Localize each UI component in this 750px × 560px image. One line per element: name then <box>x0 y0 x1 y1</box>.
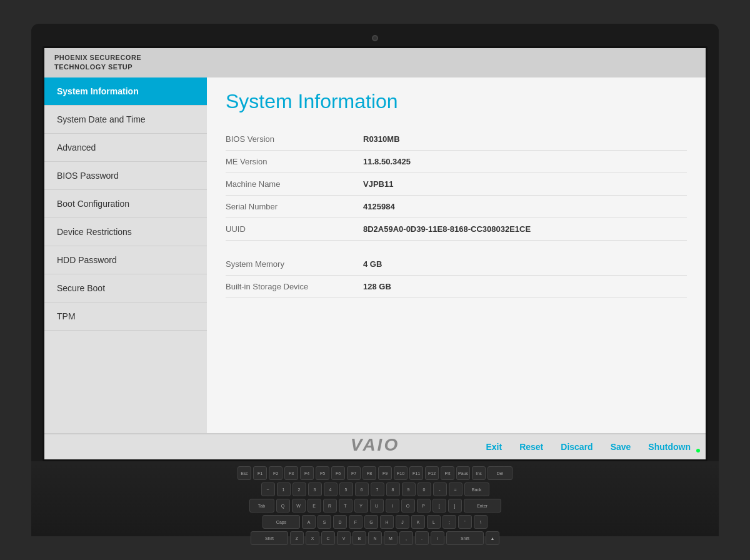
key-shift-l[interactable]: Shift <box>251 531 288 545</box>
info-table: BIOS VersionR0310MBME Version11.8.50.342… <box>226 128 687 298</box>
key-3[interactable]: 3 <box>308 482 322 496</box>
key-o[interactable]: O <box>401 499 415 512</box>
key-esc[interactable]: Esc <box>238 466 251 480</box>
key-y[interactable]: Y <box>354 499 368 512</box>
key-f5[interactable]: F5 <box>316 466 329 480</box>
save-button[interactable]: Save <box>608 441 634 453</box>
key-tilde[interactable]: ~ <box>261 482 275 496</box>
info-value: VJPB11 <box>363 179 393 189</box>
key-pause[interactable]: Paus <box>456 466 470 480</box>
key-period[interactable]: . <box>415 531 429 545</box>
key-i[interactable]: I <box>386 499 399 512</box>
key-f1[interactable]: F1 <box>253 466 267 480</box>
key-f12[interactable]: F12 <box>425 466 439 480</box>
key-del[interactable]: Del <box>488 466 512 480</box>
sidebar-item-system-date-time[interactable]: System Date and Time <box>44 106 207 134</box>
reset-button[interactable]: Reset <box>517 441 546 453</box>
key-f11[interactable]: F11 <box>409 466 423 480</box>
key-ins[interactable]: Ins <box>472 466 486 480</box>
key-e[interactable]: E <box>308 499 321 512</box>
key-q[interactable]: Q <box>276 499 290 512</box>
exit-button[interactable]: Exit <box>483 441 504 453</box>
sidebar-item-tpm[interactable]: TPM <box>44 302 207 331</box>
key-semi[interactable]: ; <box>442 515 456 529</box>
key-9[interactable]: 9 <box>402 482 416 496</box>
sidebar-item-system-information[interactable]: System Information <box>44 78 207 106</box>
bios-header-line1: PHOENIX SECURECORE <box>54 53 696 62</box>
key-2[interactable]: 2 <box>292 482 306 496</box>
bios-body: System InformationSystem Date and TimeAd… <box>44 78 706 433</box>
key-minus[interactable]: - <box>433 482 447 496</box>
shutdown-button[interactable]: Shutdown <box>646 441 693 453</box>
key-enter[interactable]: Enter <box>464 499 501 512</box>
key-r[interactable]: R <box>323 499 337 512</box>
key-v[interactable]: V <box>337 531 351 545</box>
key-5[interactable]: 5 <box>339 482 353 496</box>
key-a[interactable]: A <box>302 515 316 529</box>
key-f8[interactable]: F8 <box>362 466 376 480</box>
key-j[interactable]: J <box>396 515 409 529</box>
sidebar-item-advanced[interactable]: Advanced <box>44 134 207 162</box>
discard-button[interactable]: Discard <box>558 441 595 453</box>
info-row: BIOS VersionR0310MB <box>226 128 687 151</box>
key-slash[interactable]: / <box>431 531 444 545</box>
key-l[interactable]: L <box>427 515 441 529</box>
key-f7[interactable]: F7 <box>347 466 361 480</box>
key-shift-r[interactable]: Shift <box>446 531 484 545</box>
sidebar-item-boot-configuration[interactable]: Boot Configuration <box>44 190 207 218</box>
key-f[interactable]: F <box>349 515 362 529</box>
info-value: 128 GB <box>363 282 391 291</box>
key-d[interactable]: D <box>333 515 347 529</box>
key-u[interactable]: U <box>370 499 384 512</box>
key-8[interactable]: 8 <box>386 482 400 496</box>
bios-header: PHOENIX SECURECORE TECHNOLOGY SETUP <box>44 48 706 78</box>
key-f9[interactable]: F9 <box>378 466 392 480</box>
key-equals[interactable]: = <box>449 482 462 496</box>
key-0[interactable]: 0 <box>418 482 431 496</box>
key-caps[interactable]: Caps <box>262 515 300 529</box>
key-f2[interactable]: F2 <box>269 466 282 480</box>
info-value: 4 GB <box>363 259 382 269</box>
key-6[interactable]: 6 <box>355 482 369 496</box>
key-z[interactable]: Z <box>290 531 304 545</box>
info-row: UUID8D2A59A0-0D39-11E8-8168-CC308032E1CE <box>226 218 687 241</box>
key-f4[interactable]: F4 <box>300 466 314 480</box>
key-tab[interactable]: Tab <box>249 499 274 512</box>
key-f6[interactable]: F6 <box>331 466 345 480</box>
key-p[interactable]: P <box>417 499 431 512</box>
key-f10[interactable]: F10 <box>394 466 408 480</box>
info-label: ME Version <box>226 157 363 166</box>
sidebar-item-secure-boot[interactable]: Secure Boot <box>44 274 207 302</box>
key-backspace[interactable]: Back <box>464 482 489 496</box>
key-t[interactable]: T <box>339 499 352 512</box>
key-f3[interactable]: F3 <box>284 466 298 480</box>
sidebar-item-device-restrictions[interactable]: Device Restrictions <box>44 218 207 246</box>
sidebar-item-bios-password[interactable]: BIOS Password <box>44 162 207 190</box>
key-bracket-r[interactable]: ] <box>448 499 462 512</box>
key-7[interactable]: 7 <box>371 482 384 496</box>
key-s[interactable]: S <box>318 515 331 529</box>
key-backslash[interactable]: \ <box>474 515 488 529</box>
key-1[interactable]: 1 <box>277 482 291 496</box>
key-row-1: Esc F1 F2 F3 F4 F5 F6 F7 F8 F9 F10 F11 F… <box>39 466 711 480</box>
info-value: 4125984 <box>363 202 395 211</box>
key-b[interactable]: B <box>352 531 366 545</box>
key-w[interactable]: W <box>292 499 306 512</box>
keyboard-area: Esc F1 F2 F3 F4 F5 F6 F7 F8 F9 F10 F11 F… <box>31 461 719 536</box>
info-value: 8D2A59A0-0D39-11E8-8168-CC308032E1CE <box>363 224 531 234</box>
key-k[interactable]: K <box>411 515 425 529</box>
key-c[interactable]: C <box>321 531 335 545</box>
key-4[interactable]: 4 <box>324 482 338 496</box>
key-bracket-l[interactable]: [ <box>432 499 446 512</box>
key-comma[interactable]: , <box>399 531 413 545</box>
key-up[interactable]: ▲ <box>486 531 499 545</box>
key-quote[interactable]: ' <box>458 515 472 529</box>
key-prtsc[interactable]: Prt <box>441 466 454 480</box>
key-g[interactable]: G <box>364 515 378 529</box>
info-label: UUID <box>226 224 363 234</box>
sidebar-item-hdd-password[interactable]: HDD Password <box>44 246 207 274</box>
key-m[interactable]: M <box>384 531 398 545</box>
key-n[interactable]: N <box>368 531 382 545</box>
key-x[interactable]: X <box>306 531 319 545</box>
key-h[interactable]: H <box>380 515 394 529</box>
